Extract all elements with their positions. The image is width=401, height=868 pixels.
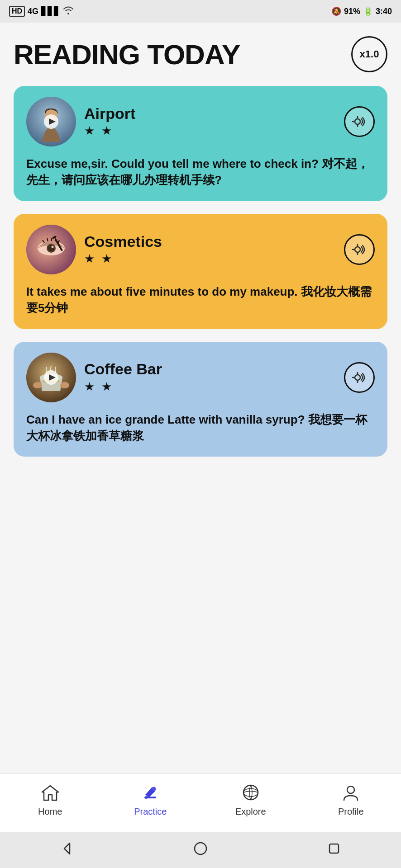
cosmetics-text: It takes me about five minutes to do my … [26, 283, 375, 316]
wifi-icon [63, 6, 74, 17]
coffeebar-stars: ★ ★ [84, 380, 162, 394]
hd-badge: HD [9, 6, 25, 17]
svg-point-42 [347, 786, 354, 793]
practice-icon [142, 784, 159, 804]
coffeebar-audio-btn[interactable] [344, 362, 375, 393]
practice-label: Practice [134, 807, 167, 817]
svg-point-14 [52, 245, 54, 248]
airport-text: Excuse me,sir. Could you tell me where t… [26, 156, 375, 189]
card-cosmetics[interactable]: Cosmetics ★ ★ It takes me about five min… [14, 214, 387, 329]
home-icon [41, 784, 59, 804]
svg-point-30 [33, 382, 42, 388]
battery-icon: 🔋 [363, 6, 373, 16]
time-display: 3:40 [376, 7, 392, 16]
bottom-nav: Home Practice Explore [0, 773, 401, 832]
airport-stars: ★ ★ [84, 124, 135, 138]
explore-label: Explore [235, 807, 266, 817]
explore-icon [242, 784, 259, 804]
cosmetics-title: Cosmetics [84, 233, 162, 250]
coffeebar-info: Coffee Bar ★ ★ [84, 361, 162, 393]
svg-point-44 [195, 843, 206, 854]
airport-title: Airport [84, 105, 135, 122]
airport-info: Airport ★ ★ [84, 105, 135, 138]
profile-label: Profile [338, 807, 364, 817]
nav-explore[interactable]: Explore [228, 784, 273, 817]
svg-point-22 [355, 247, 360, 252]
coffeebar-title: Coffee Bar [84, 361, 162, 377]
recents-btn[interactable] [327, 841, 341, 859]
profile-icon [342, 784, 359, 804]
card-airport-header: Airport ★ ★ [26, 97, 375, 146]
mute-icon: 🔕 [331, 6, 341, 16]
svg-line-19 [51, 238, 52, 241]
page-header: READING TODAY x1.0 [14, 36, 387, 72]
coffeebar-text: Can I have an ice grande Latte with vani… [26, 411, 375, 444]
battery-text: 91% [344, 7, 360, 16]
page-title: READING TODAY [14, 38, 240, 71]
back-btn[interactable] [60, 841, 74, 859]
home-label: Home [38, 807, 62, 817]
cosmetics-info: Cosmetics ★ ★ [84, 233, 162, 266]
status-right: 🔕 91% 🔋 3:40 [331, 6, 392, 16]
nav-practice[interactable]: Practice [128, 784, 173, 817]
svg-point-31 [60, 382, 69, 388]
system-nav-bar [0, 832, 401, 868]
card-coffeebar[interactable]: Coffee Bar ★ ★ Can I have an ice grande … [14, 342, 387, 457]
cosmetics-audio-btn[interactable] [344, 234, 375, 265]
card-airport[interactable]: Airport ★ ★ Excuse me,sir. Could you tel… [14, 86, 387, 201]
svg-point-34 [355, 375, 360, 380]
cosmetics-stars: ★ ★ [84, 252, 162, 266]
airport-thumbnail[interactable] [26, 97, 76, 146]
airport-audio-btn[interactable] [344, 106, 375, 137]
nav-home[interactable]: Home [28, 784, 73, 817]
svg-point-41 [243, 788, 258, 797]
card-cosmetics-header: Cosmetics ★ ★ [26, 225, 375, 274]
svg-marker-43 [64, 843, 70, 854]
speed-badge[interactable]: x1.0 [351, 36, 387, 72]
home-btn[interactable] [193, 841, 208, 859]
nav-profile[interactable]: Profile [328, 784, 373, 817]
svg-point-39 [145, 796, 148, 799]
svg-point-5 [355, 119, 360, 124]
cosmetics-thumbnail[interactable] [26, 225, 76, 274]
main-content: READING TODAY x1.0 [0, 23, 401, 773]
card-cosmetics-header-left: Cosmetics ★ ★ [26, 225, 162, 274]
svg-point-13 [48, 245, 54, 251]
svg-rect-45 [329, 844, 339, 853]
status-left: HD 4G ▋▋▋ [9, 6, 74, 17]
card-coffeebar-header-left: Coffee Bar ★ ★ [26, 353, 162, 402]
card-airport-header-left: Airport ★ ★ [26, 97, 135, 146]
network-icon: 4G [28, 7, 38, 16]
signal-icon: ▋▋▋ [41, 6, 60, 16]
card-coffeebar-header: Coffee Bar ★ ★ [26, 353, 375, 402]
status-bar: HD 4G ▋▋▋ 🔕 91% 🔋 3:40 [0, 0, 401, 23]
svg-point-40 [243, 785, 258, 800]
coffeebar-thumbnail[interactable] [26, 353, 76, 402]
